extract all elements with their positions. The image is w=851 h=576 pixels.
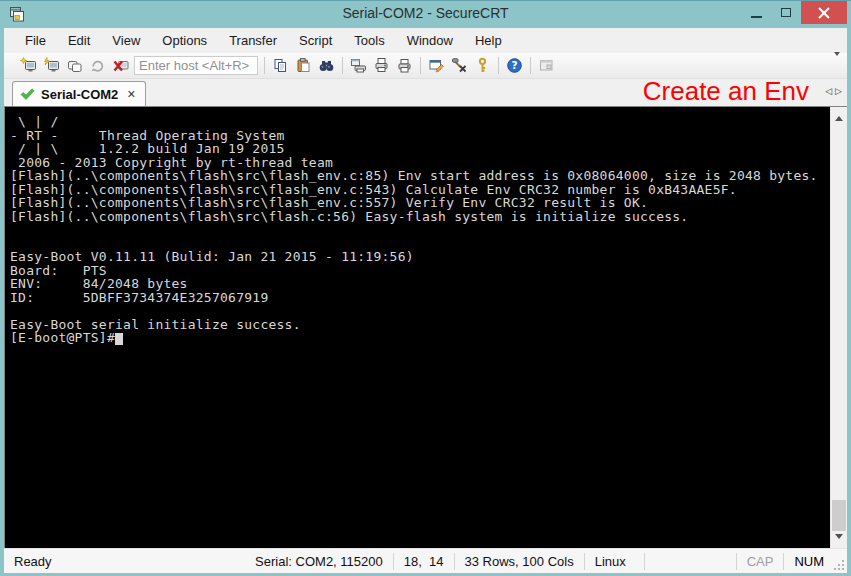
window-title: Serial-COM2 - SecureCRT xyxy=(0,5,851,21)
connected-check-icon xyxy=(20,88,35,101)
global-options-icon[interactable] xyxy=(448,55,471,76)
terminal-line: [Flash](..\components\flash\src\flash_en… xyxy=(10,183,830,197)
toolbar-separator xyxy=(264,57,265,74)
prompt-text: [E-boot@PTS]# xyxy=(10,330,115,345)
status-emulation: Linux xyxy=(584,553,644,570)
status-serial: Serial: COM2, 115200 xyxy=(243,553,393,570)
terminal-line: Easy-Boot serial initialize success. xyxy=(10,318,830,332)
menu-file[interactable]: File xyxy=(14,29,57,52)
paste-icon[interactable] xyxy=(292,55,315,76)
maximize-button[interactable] xyxy=(771,1,801,24)
connect-icon[interactable] xyxy=(40,55,63,76)
tab-scroll-left-icon[interactable]: ◁ xyxy=(825,86,835,96)
menu-edit[interactable]: Edit xyxy=(57,29,101,52)
status-num-lock: NUM xyxy=(783,553,834,570)
titlebar[interactable]: Serial-COM2 - SecureCRT xyxy=(0,1,851,28)
svg-text:?: ? xyxy=(511,59,517,71)
status-dimensions: 33 Rows, 100 Cols xyxy=(454,553,584,570)
statusbar: Ready Serial: COM2, 115200 18, 14 33 Row… xyxy=(4,548,847,573)
terminal-line: ENV: 84/2048 bytes xyxy=(10,277,830,291)
tab-label: Serial-COM2 xyxy=(41,87,118,102)
menu-tools[interactable]: Tools xyxy=(343,29,395,52)
scrollbar-thumb[interactable] xyxy=(832,500,846,531)
terminal-line: Easy-Boot V0.11.11 (Bulid: Jan 21 2015 -… xyxy=(10,250,830,264)
help-icon[interactable]: ? xyxy=(503,55,526,76)
menu-help[interactable]: Help xyxy=(464,29,513,52)
tab-scroll-right-icon[interactable]: ▷ xyxy=(835,86,845,96)
toolbar-separator xyxy=(342,57,343,74)
menu-options[interactable]: Options xyxy=(151,29,218,52)
host-input[interactable] xyxy=(134,56,258,75)
status-caps-lock: CAP xyxy=(736,553,784,570)
status-spacer xyxy=(644,553,736,570)
menu-transfer[interactable]: Transfer xyxy=(218,29,288,52)
scroll-up-icon[interactable] xyxy=(835,112,843,121)
terminal-line xyxy=(10,223,830,237)
toolbar-separator xyxy=(420,57,421,74)
status-ready: Ready xyxy=(4,553,243,570)
maximize-icon xyxy=(781,8,791,17)
print-eject-icon[interactable] xyxy=(370,55,393,76)
find-icon[interactable] xyxy=(315,55,338,76)
terminal-cursor xyxy=(115,333,123,345)
status-cursor-position: 18, 14 xyxy=(393,553,454,570)
terminal-line: - RT - Thread Operating System xyxy=(10,129,830,143)
terminal-line: \ | / xyxy=(10,115,830,129)
close-button[interactable] xyxy=(801,1,847,24)
connect-in-tab-icon[interactable] xyxy=(63,55,86,76)
minimize-button[interactable] xyxy=(741,1,771,24)
terminal-screen[interactable]: \ | / - RT - Thread Operating System / |… xyxy=(5,107,830,548)
securecrt-window: Serial-COM2 - SecureCRT File Edit View O… xyxy=(0,0,851,576)
terminal-line: / | \ 1.2.2 build Jan 19 2015 xyxy=(10,142,830,156)
minimize-icon xyxy=(751,16,762,18)
copy-icon[interactable] xyxy=(269,55,292,76)
menubar: File Edit View Options Transfer Script T… xyxy=(4,28,847,53)
tab-scroll-arrows[interactable]: ◁▷ xyxy=(825,86,845,96)
reconnect-icon[interactable] xyxy=(86,55,109,76)
disconnect-icon[interactable] xyxy=(109,55,132,76)
session-manager-icon[interactable] xyxy=(535,55,558,76)
terminal-line: Board: PTS xyxy=(10,264,830,278)
resize-grip[interactable] xyxy=(834,560,847,573)
scroll-down-icon[interactable] xyxy=(835,534,843,543)
auto-print-icon[interactable] xyxy=(347,55,370,76)
session-options-icon[interactable] xyxy=(425,55,448,76)
menu-view[interactable]: View xyxy=(101,29,151,52)
keymap-icon[interactable] xyxy=(471,55,494,76)
terminal-prompt-line: [E-boot@PTS]# xyxy=(10,331,830,345)
tab-serial-com2[interactable]: Serial-COM2 × xyxy=(12,81,146,106)
menu-window[interactable]: Window xyxy=(396,29,464,52)
tabbar: Serial-COM2 × Create an Env ◁▷ xyxy=(4,79,847,106)
quick-connect-icon[interactable] xyxy=(17,55,40,76)
menu-script[interactable]: Script xyxy=(288,29,343,52)
annotation-create-an-env: Create an Env xyxy=(643,76,809,107)
toolbar-overflow-icon[interactable] xyxy=(834,56,843,74)
terminal-line xyxy=(10,304,830,318)
close-icon xyxy=(818,7,830,19)
toolbar-separator xyxy=(498,57,499,74)
terminal-line: [Flash](..\components\flash\src\flash_en… xyxy=(10,196,830,210)
toolbar-separator xyxy=(530,57,531,74)
terminal-line: 2006 - 2013 Copyright by rt-thread team xyxy=(10,156,830,170)
terminal-line: [Flash](..\components\flash\src\flash.c:… xyxy=(10,210,830,224)
terminal-scrollbar[interactable] xyxy=(830,107,847,548)
tab-close-icon[interactable]: × xyxy=(127,86,135,102)
terminal-line xyxy=(10,237,830,251)
print-icon[interactable] xyxy=(393,55,416,76)
terminal-line: ID: 5DBFF3734374E3257067919 xyxy=(10,291,830,305)
terminal-line: [Flash](..\components\flash\src\flash_en… xyxy=(10,169,830,183)
